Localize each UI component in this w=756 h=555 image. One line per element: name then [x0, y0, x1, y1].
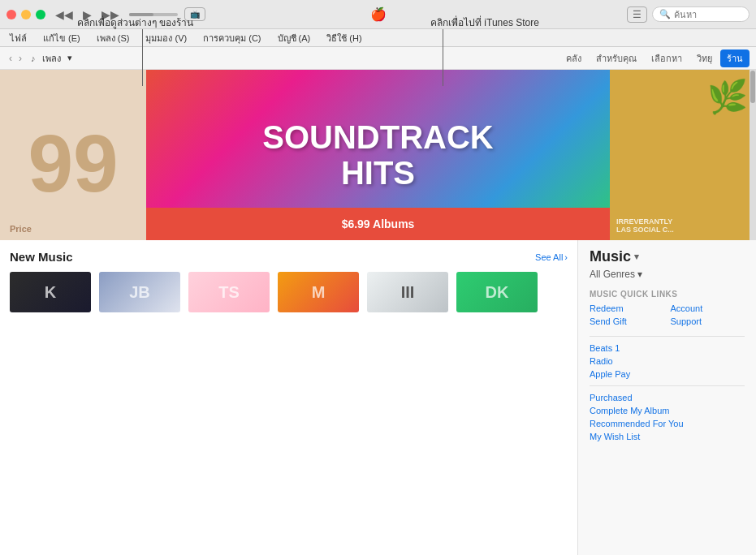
play-button[interactable]: ▶	[80, 6, 95, 23]
album-cover-3: M	[278, 272, 359, 312]
banner-right[interactable]: 🌿 IRREVERANTLYLAS SOCIAL C...	[610, 70, 756, 240]
sidebar-genre[interactable]: All Genres ▾	[590, 269, 745, 280]
sidebar-music-label: Music	[590, 248, 631, 265]
tab-store[interactable]: ร้าน	[720, 49, 750, 67]
album-cover-0: K	[10, 272, 91, 312]
nav-section-dropdown[interactable]: ▾	[67, 53, 72, 63]
album-cover-5: DK	[456, 272, 538, 312]
see-all-link[interactable]: See All ›	[535, 252, 568, 262]
music-note-icon: ♪	[31, 54, 36, 63]
banner-bottom: $6.99 Albums	[146, 208, 610, 240]
menu-bar: ไฟล์ แก้ไข (E) เพลง (S) มุมมอง (V) การคว…	[0, 29, 756, 47]
transport-controls: ◀◀ ▶ ▶▶	[52, 6, 123, 23]
banner-center[interactable]: SOUNDTRACKHITS $6.99 Albums	[146, 70, 610, 240]
window-controls	[6, 10, 45, 19]
menu-controls[interactable]: การควบคุม (C)	[200, 31, 264, 45]
banner-right-label: IRREVERANTLYLAS SOCIAL C...	[616, 217, 674, 234]
album-item-4[interactable]: III III The Lumineers	[367, 272, 448, 312]
nav-bar: ‹ › ♪ เพลง ▾ คลัง สำหรับคุณ เลือกหา วิทย…	[0, 47, 756, 70]
search-icon: 🔍	[659, 9, 671, 19]
album-item-5[interactable]: DK Father of Asa... DJ Khaled	[456, 272, 538, 312]
apple-logo: 🍎	[370, 6, 387, 22]
menu-view[interactable]: มุมมอง (V)	[142, 31, 190, 45]
album-item-1[interactable]: JB Happiness Begins Jonas Brothers	[99, 272, 180, 312]
banner-container[interactable]: 99 Price SOUNDTRACKHITS $6.99 Albums 🌿 I…	[0, 70, 756, 240]
tab-library[interactable]: คลัง	[559, 49, 588, 67]
sidebar-divider-1	[590, 336, 745, 337]
sidebar-link-account[interactable]: Account	[671, 303, 745, 313]
maximize-button[interactable]	[36, 10, 45, 19]
tab-radio[interactable]: วิทยุ	[690, 49, 719, 67]
list-view-button[interactable]: ☰	[627, 6, 647, 23]
volume-slider[interactable]	[129, 13, 178, 16]
album-cover-2: TS	[188, 272, 270, 312]
album-grid-row1: K Rapture EP Koffee JB Happiness Begins …	[10, 272, 568, 312]
bottom-section: New Music See All › K Rapture EP Koffee …	[0, 240, 756, 555]
album-item-3[interactable]: M High Expectations Mabel	[278, 272, 359, 312]
sidebar-links-grid: Redeem Account Send Gift Support	[590, 303, 745, 326]
banner-price-label: Price	[10, 224, 32, 234]
menu-songs[interactable]: เพลง (S)	[93, 31, 133, 45]
sidebar-divider-2	[590, 385, 745, 386]
menu-file[interactable]: ไฟล์	[6, 31, 30, 45]
banner-right-decoration: 🌿	[707, 78, 748, 116]
sidebar-link-radio[interactable]: Radio	[590, 356, 745, 366]
scroll-thumb	[750, 71, 755, 103]
new-music-header: New Music See All ›	[10, 250, 568, 264]
sidebar-genre-arrow-icon: ▾	[637, 269, 642, 280]
nav-forward-button[interactable]: ›	[16, 53, 24, 64]
sidebar-link-wish-list[interactable]: My Wish List	[590, 432, 745, 441]
sidebar-link-send-gift[interactable]: Send Gift	[590, 316, 664, 326]
banner-center-price: $6.99 Albums	[342, 217, 415, 230]
new-music-title: New Music	[10, 250, 73, 264]
title-bar: ◀◀ ▶ ▶▶ 📺 🍎 ☰ 🔍	[0, 0, 756, 29]
album-cover-4: III	[367, 272, 448, 312]
banner-number: 99	[28, 123, 118, 204]
sidebar: Music ▾ All Genres ▾ MUSIC QUICK LINKS R…	[577, 240, 756, 555]
airplay-button[interactable]: 📺	[184, 7, 205, 21]
forward-button[interactable]: ▶▶	[98, 6, 123, 23]
new-music-area: New Music See All › K Rapture EP Koffee …	[0, 240, 577, 555]
tab-for-you[interactable]: สำหรับคุณ	[590, 49, 643, 67]
sidebar-link-purchased[interactable]: Purchased	[590, 393, 745, 402]
sidebar-link-complete-album[interactable]: Complete My Album	[590, 406, 745, 415]
tab-browse[interactable]: เลือกหา	[645, 49, 689, 67]
nav-arrows: ‹ ›	[6, 53, 24, 64]
header-right: ☰ 🔍	[627, 6, 750, 23]
menu-help[interactable]: วิธีใช้ (H)	[323, 31, 365, 45]
menu-edit[interactable]: แก้ไข (E)	[40, 31, 84, 45]
sidebar-music-dropdown-icon[interactable]: ▾	[634, 252, 639, 262]
nav-back-button[interactable]: ‹	[6, 53, 15, 64]
sidebar-quick-links-title: MUSIC QUICK LINKS	[590, 290, 745, 299]
sidebar-music-title: Music ▾	[590, 248, 745, 265]
main-content: คลิกเพื่อดูส่วนต่างๆ ของร้าน 99 Price SO…	[0, 70, 756, 555]
sidebar-genre-label: All Genres	[590, 269, 635, 280]
search-box: 🔍	[652, 6, 750, 22]
banner-left[interactable]: 99 Price	[0, 70, 146, 240]
sidebar-link-redeem[interactable]: Redeem	[590, 303, 664, 313]
sidebar-link-beats1[interactable]: Beats 1	[590, 343, 745, 353]
album-cover-1: JB	[99, 272, 180, 312]
close-button[interactable]	[6, 10, 16, 19]
sidebar-link-apple-pay[interactable]: Apple Pay	[590, 369, 745, 379]
album-item-2[interactable]: TS Lover Taylor Swift	[188, 272, 270, 312]
see-all-arrow-icon: ›	[564, 252, 568, 262]
nav-section-label: เพลง	[42, 51, 61, 66]
sidebar-link-recommended[interactable]: Recommended For You	[590, 419, 745, 428]
album-item-0[interactable]: K Rapture EP Koffee	[10, 272, 91, 312]
sidebar-link-support[interactable]: Support	[671, 316, 745, 326]
banner-area: คลิกเพื่อดูส่วนต่างๆ ของร้าน 99 Price SO…	[0, 70, 756, 555]
scroll-indicator[interactable]	[750, 70, 756, 240]
section-tabs: คลัง สำหรับคุณ เลือกหา วิทยุ ร้าน	[559, 49, 750, 67]
see-all-label: See All	[535, 252, 563, 262]
minimize-button[interactable]	[21, 10, 31, 19]
rewind-button[interactable]: ◀◀	[52, 6, 76, 23]
search-input[interactable]	[674, 10, 747, 19]
menu-account[interactable]: บัญชี (A)	[274, 31, 314, 45]
banner-title: SOUNDTRACKHITS	[262, 119, 493, 191]
